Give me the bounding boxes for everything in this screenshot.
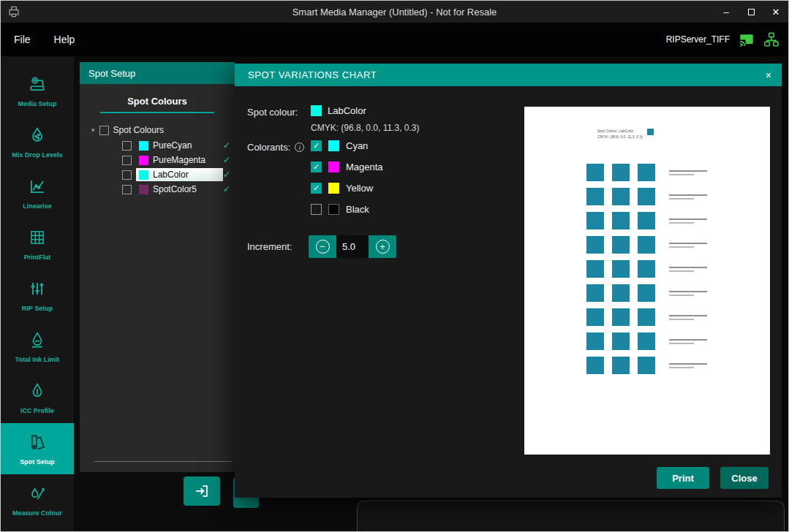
preview-header-line1: Spot Colour: LabColor (597, 129, 643, 133)
tree-item-purecyan[interactable]: PureCyan✓ (80, 138, 235, 153)
info-icon[interactable]: i (295, 142, 304, 152)
rip-setup-icon (28, 279, 47, 301)
network-nodes-icon[interactable] (763, 31, 779, 48)
tree-root-row[interactable]: ▾ Spot Colours (80, 122, 235, 138)
tree-item-name: PureCyan (153, 140, 192, 151)
spot-colour-name: LabColor (328, 105, 366, 116)
sidebar-item-media-setup[interactable]: Media Setup (1, 65, 74, 116)
tree-item-checkbox[interactable] (122, 170, 132, 180)
label-text-line (669, 270, 694, 272)
variation-swatch (612, 284, 630, 302)
sidebar-item-rip-setup[interactable]: RIP Setup (1, 270, 74, 321)
spot-colours-list: PureCyan✓PureMagenta✓LabColor✓SpotColor5… (80, 138, 235, 197)
spot-colour-swatch (311, 105, 322, 116)
tree-item-checkbox[interactable] (122, 141, 132, 151)
dialog-close-icon[interactable]: × (766, 69, 771, 81)
sidebar-item-label: Spot Setup (20, 458, 55, 466)
colorant-checkbox[interactable]: ✓ (311, 140, 322, 151)
increment-value-field[interactable]: 5.0 (336, 235, 369, 258)
print-button[interactable]: Print (657, 467, 709, 489)
content-area: Media SetupMix Drop LevelsLinearisePrint… (1, 56, 788, 531)
sidebar-item-total-ink-limit[interactable]: Total Ink Limit (1, 321, 74, 372)
tree-item-puremagenta[interactable]: PureMagenta✓ (80, 153, 235, 167)
sidebar-item-measure-colour[interactable]: Measure Colour (1, 474, 74, 525)
spot-variations-dialog: SPOT VARIATIONS CHART × Spot colour: Lab… (235, 64, 782, 498)
variation-swatch (638, 188, 655, 205)
minimize-button[interactable]: – (714, 1, 739, 23)
maximize-icon (748, 9, 755, 15)
close-window-button[interactable]: ✕ (763, 1, 788, 23)
menu-file[interactable]: File (4, 34, 41, 45)
colorant-checkbox[interactable]: ✓ (311, 162, 322, 172)
colorant-swatch (328, 140, 339, 151)
cast-connection-icon[interactable] (739, 31, 755, 48)
background-panel-edge (357, 501, 785, 532)
sidebar-item-label: Media Setup (18, 100, 56, 107)
tree-item-checkbox[interactable] (122, 185, 132, 194)
label-text-line (669, 367, 694, 368)
plus-icon: + (376, 240, 390, 254)
minus-icon: − (316, 240, 330, 254)
tree-root-checkbox[interactable] (99, 126, 109, 135)
label-text-line (669, 363, 707, 365)
sidebar-item-mix-drop-levels[interactable]: Mix Drop Levels (1, 116, 74, 167)
label-text-line (669, 246, 694, 248)
colorant-swatch (328, 204, 339, 215)
preview-grid-row (586, 357, 707, 374)
app-window: Smart Media Manager (Untitled) - Not for… (0, 0, 789, 532)
panel-divider (94, 461, 232, 462)
label-text-line (669, 339, 707, 341)
preview-grid-row (586, 332, 707, 350)
variation-swatch (586, 357, 604, 374)
tree-item-spotcolor5[interactable]: SpotColor5✓ (80, 182, 235, 197)
variation-swatch (586, 284, 604, 302)
colour-swatch (139, 170, 148, 180)
colour-swatch (139, 185, 148, 194)
tree-item-highlight: PureCyan (136, 139, 223, 152)
preview-grid-row (586, 284, 707, 302)
label-text-line (669, 218, 707, 220)
linearise-icon (28, 177, 47, 199)
sidebar-item-label: PrintFlat (24, 254, 51, 261)
colorants-list: ✓Cyan✓Magenta✓YellowBlack (311, 140, 383, 215)
tree-expander-icon[interactable]: ▾ (91, 126, 95, 134)
variation-swatch (612, 260, 630, 278)
decrement-button[interactable]: − (309, 235, 336, 258)
icc-profile-icon (28, 381, 47, 403)
title-underline (100, 112, 214, 113)
spot-setup-icon (28, 433, 47, 455)
sidebar-item-label: Mix Drop Levels (12, 151, 62, 159)
sidebar-item-linearise[interactable]: Linearise (1, 167, 74, 218)
menu-help[interactable]: Help (44, 34, 86, 45)
maximize-button[interactable] (739, 1, 763, 23)
tree-item-name: SpotColor5 (153, 184, 197, 194)
label-text-line (669, 343, 694, 344)
sidebar-item-spot-setup[interactable]: Spot Setup (1, 423, 74, 474)
spot-colours-title: Spot Colours (80, 96, 235, 107)
colorant-checkbox[interactable] (311, 204, 322, 215)
label-text-line (669, 294, 694, 296)
sidebar-item-icc-profile[interactable]: ICC Profile (1, 372, 74, 423)
import-icon (194, 483, 210, 499)
increment-button[interactable]: + (369, 235, 396, 258)
close-button[interactable]: Close (720, 467, 769, 489)
sidebar-item-printflat[interactable]: PrintFlat (1, 218, 74, 270)
dialog-body: Spot colour: LabColor CMYK: (96.8, 0.0, … (235, 86, 782, 498)
preview-grid-row (586, 308, 707, 326)
colorants-label: Colorants: (247, 142, 290, 153)
colorant-row-magenta: ✓Magenta (311, 162, 383, 172)
page-title: Spot Setup (80, 62, 235, 84)
tree-item-checkbox[interactable] (122, 156, 132, 165)
import-spot-colour-button[interactable] (184, 476, 220, 506)
cmyk-value-text: CMYK: (96.8, 0.0, 11.3, 0.3) (311, 123, 420, 133)
variation-swatch (612, 236, 630, 254)
colour-swatch (139, 141, 148, 151)
preview-header: Spot Colour: LabColor CMYK: (96.8, 0.0, … (597, 129, 654, 140)
variation-swatch (612, 164, 630, 181)
colorant-checkbox[interactable]: ✓ (311, 183, 322, 194)
variation-swatch (586, 236, 604, 254)
label-text-line (669, 198, 694, 200)
variation-swatch (638, 260, 655, 278)
tree-item-labcolor[interactable]: LabColor✓ (80, 167, 235, 182)
colorant-name: Magenta (346, 162, 383, 172)
